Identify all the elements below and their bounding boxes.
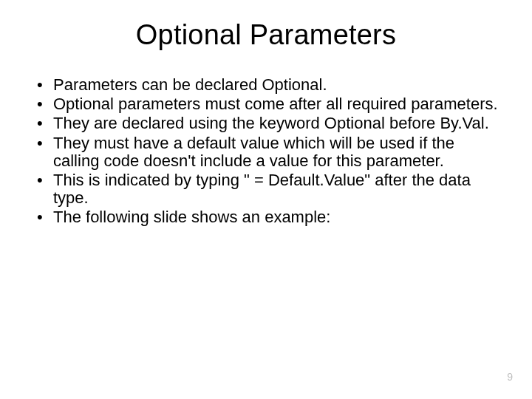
list-item: They are declared using the keyword Opti… bbox=[33, 115, 499, 132]
list-item: They must have a default value which wil… bbox=[33, 134, 499, 170]
slide-title: Optional Parameters bbox=[33, 19, 499, 51]
list-item: The following slide shows an example: bbox=[33, 208, 499, 226]
bullet-list: Parameters can be declared Optional. Opt… bbox=[33, 76, 499, 227]
list-item: Parameters can be declared Optional. bbox=[33, 76, 499, 94]
page-number: 9 bbox=[507, 371, 513, 383]
slide: Optional Parameters Parameters can be de… bbox=[0, 0, 532, 399]
list-item: Optional parameters must come after all … bbox=[33, 95, 499, 113]
list-item: This is indicated by typing " = Default.… bbox=[33, 171, 499, 207]
